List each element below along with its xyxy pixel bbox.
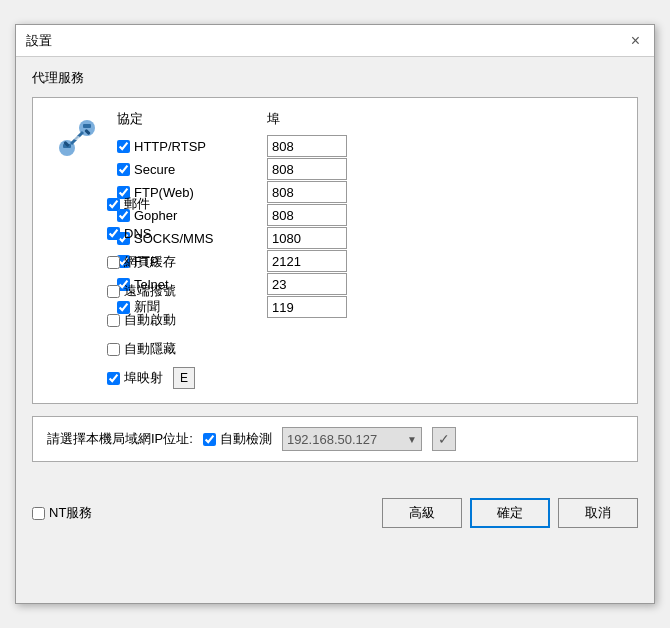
ip-section: 請選擇本機局域網IP位址: 自動檢測 192.168.50.127 ▼ ✓ [32,416,638,462]
advanced-button[interactable]: 高級 [382,498,462,528]
checkbox-row-cb_dns: DNS [107,222,207,244]
port-row-proto_telnet [267,273,357,295]
port-row-proto_ftp [267,250,357,272]
main-content: 代理服務 [16,57,654,490]
cb_portmap-checkbox[interactable] [107,372,120,385]
svg-rect-3 [83,124,91,128]
cancel-button[interactable]: 取消 [558,498,638,528]
section-label: 代理服務 [32,69,638,87]
proto_http-label[interactable]: HTTP/RTSP [134,139,206,154]
proto_http-checkbox[interactable] [117,140,130,153]
checkbox-row-cb_webcache: 網頁緩存 [107,251,207,273]
port-column: 埠 [267,110,357,319]
cb_autohide-label[interactable]: 自動隱藏 [124,340,176,358]
port-row-proto_secure [267,158,357,180]
port-row-proto_news [267,296,357,318]
proto_secure-label[interactable]: Secure [134,162,175,177]
protocol-row-proto_http: HTTP/RTSP [117,135,257,157]
cb_autostart-checkbox[interactable] [107,314,120,327]
proto_secure-port-input[interactable] [267,158,347,180]
footer-left: NT服務 [32,502,92,524]
port-row-proto_gopher [267,204,357,226]
auto-detect-checkbox[interactable] [203,433,216,446]
checkbox-row-cb_portmap: 埠映射E [107,367,207,389]
auto-detect-label[interactable]: 自動檢測 [220,430,272,448]
cb_autostart-label[interactable]: 自動啟動 [124,311,176,329]
cb_autohide-checkbox[interactable] [107,343,120,356]
proto_socks-port-input[interactable] [267,227,347,249]
checkbox-row-cb_autohide: 自動隱藏 [107,338,207,360]
proto_ftp_web-port-input[interactable] [267,181,347,203]
footer-buttons: 高級 確定 取消 [382,498,638,528]
checkbox-row-cb_autostart: 自動啟動 [107,309,207,331]
port-row-proto_ftp_web [267,181,357,203]
cb_portmap-label[interactable]: 埠映射 [124,369,163,387]
port-header: 埠 [267,110,357,130]
ip-dropdown[interactable]: 192.168.50.127 ▼ [282,427,422,451]
proto_secure-checkbox[interactable] [117,163,130,176]
checkbox-row-cb_mail: 郵件 [107,193,207,215]
cb_webcache-checkbox[interactable] [107,256,120,269]
window-title: 設置 [26,32,52,50]
title-bar: 設置 × [16,25,654,57]
nt-service-checkbox[interactable] [32,507,45,520]
protocol-row-proto_secure: Secure [117,158,257,180]
ip-section-label: 請選擇本機局域網IP位址: [47,430,193,448]
proto_gopher-port-input[interactable] [267,204,347,226]
port-row-proto_http [267,135,357,157]
settings-window: 設置 × 代理服務 [15,24,655,604]
e-button[interactable]: E [173,367,195,389]
left-checkboxes: 郵件DNS網頁緩存遠端撥號自動啟動自動隱藏埠映射E [107,193,207,389]
checkbox-row-cb_remote: 遠端撥號 [107,280,207,302]
auto-detect-row: 自動檢測 [203,428,272,450]
port-row-proto_socks [267,227,357,249]
port-rows [267,135,357,319]
ok-button[interactable]: 確定 [470,498,550,528]
icon-spacer [47,141,107,389]
dropdown-arrow-icon: ▼ [407,434,417,445]
cb_dns-checkbox[interactable] [107,227,120,240]
proto_news-port-input[interactable] [267,296,347,318]
cb_dns-label[interactable]: DNS [124,226,151,241]
cb_webcache-label[interactable]: 網頁緩存 [124,253,176,271]
cb_mail-label[interactable]: 郵件 [124,195,150,213]
footer: NT服務 高級 確定 取消 [16,490,654,540]
ip-value: 192.168.50.127 [287,432,377,447]
close-button[interactable]: × [627,31,644,51]
cb_remote-checkbox[interactable] [107,285,120,298]
nt-service-label[interactable]: NT服務 [49,504,92,522]
proto_ftp-port-input[interactable] [267,250,347,272]
cb_remote-label[interactable]: 遠端撥號 [124,282,176,300]
nt-service-row: NT服務 [32,502,92,524]
cb_mail-checkbox[interactable] [107,198,120,211]
proto_http-port-input[interactable] [267,135,347,157]
ip-confirm-button[interactable]: ✓ [432,427,456,451]
protocol-header: 協定 [117,110,257,130]
proto_telnet-port-input[interactable] [267,273,347,295]
proxy-box: 協定 HTTP/RTSPSecureFTP(Web)GopherSOCKS/MM… [32,97,638,404]
